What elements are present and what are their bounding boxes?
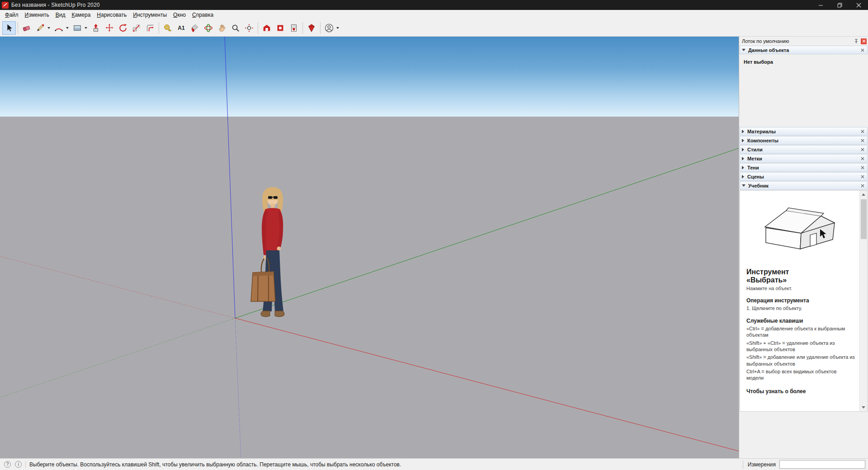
- section-close-icon[interactable]: [860, 174, 865, 179]
- zoom-tool-button[interactable]: [229, 21, 242, 35]
- line-tool-dropdown[interactable]: [47, 27, 50, 29]
- sketchup-window: Без названия - SketchUp Pro 2020 Файл Из…: [0, 0, 868, 470]
- section-close-icon[interactable]: [860, 165, 865, 170]
- help-circle-icon[interactable]: ?: [4, 461, 11, 468]
- shapes-tool-dropdown[interactable]: [85, 27, 87, 29]
- scale-figure[interactable]: [251, 187, 284, 317]
- expand-arrow-icon: [742, 157, 744, 160]
- sign-in-dropdown[interactable]: [336, 27, 339, 29]
- entity-info-body: Нет выбора: [739, 55, 868, 127]
- operation-step: 1. Щелкните по объекту.: [746, 305, 855, 311]
- axis-green-solid: [235, 148, 739, 318]
- section-scenes[interactable]: Сцены: [740, 172, 868, 181]
- section-shadows[interactable]: Тени: [740, 163, 868, 172]
- instructor-scrollbar[interactable]: [859, 191, 867, 411]
- pan-tool-button[interactable]: [215, 21, 229, 35]
- push-pull-tool-button[interactable]: [89, 21, 103, 35]
- minimize-button[interactable]: [811, 0, 830, 10]
- section-label: Компоненты: [747, 138, 860, 143]
- text-tool-button[interactable]: A1: [175, 21, 188, 35]
- menu-camera[interactable]: Камера: [68, 11, 94, 19]
- measurements-input[interactable]: [779, 460, 865, 469]
- scale-tool-button[interactable]: [130, 21, 143, 35]
- info-circle-icon[interactable]: i: [15, 461, 22, 468]
- menu-window[interactable]: Окно: [170, 11, 189, 19]
- eraser-tool-button[interactable]: [20, 21, 33, 35]
- line-tool-button[interactable]: [33, 21, 47, 35]
- section-materials[interactable]: Материалы: [740, 127, 868, 136]
- menu-draw[interactable]: Нарисовать: [94, 11, 130, 19]
- move-tool-button[interactable]: [103, 21, 116, 35]
- expand-arrow-icon: [742, 139, 744, 142]
- tray-close-button[interactable]: [861, 38, 867, 44]
- scroll-up-button[interactable]: [860, 191, 868, 198]
- model-viewport[interactable]: [0, 37, 739, 458]
- section-close-icon[interactable]: [860, 47, 865, 53]
- zoom-extents-button[interactable]: [242, 21, 256, 35]
- tray-title: Лоток по умолчанию: [742, 38, 852, 44]
- orbit-icon: [203, 23, 213, 33]
- section-close-icon[interactable]: [860, 183, 865, 188]
- scrollbar-thumb[interactable]: [861, 199, 867, 239]
- 3d-warehouse-button[interactable]: [260, 21, 274, 35]
- zoom-icon: [231, 23, 241, 33]
- arc-tool-button[interactable]: [52, 21, 66, 35]
- collapse-arrow-icon: [742, 184, 745, 187]
- tape-measure-icon: [163, 23, 173, 33]
- sign-in-button[interactable]: [322, 21, 336, 35]
- instructor-tool-title-line2: «Выбрать»: [746, 276, 855, 284]
- text-tool-icon: A1: [178, 25, 184, 31]
- menu-tools[interactable]: Инструменты: [130, 11, 170, 19]
- section-close-icon[interactable]: [860, 129, 865, 134]
- section-components[interactable]: Компоненты: [740, 136, 868, 145]
- measurements-area: Измерения: [743, 460, 868, 469]
- section-close-icon[interactable]: [860, 156, 865, 161]
- orbit-tool-button[interactable]: [202, 21, 215, 35]
- learn-more-title: Чтобы узнать о более: [746, 388, 855, 395]
- arc-tool-dropdown[interactable]: [66, 27, 69, 29]
- section-tags[interactable]: Метки: [740, 154, 868, 163]
- tape-measure-tool-button[interactable]: [161, 21, 175, 35]
- section-styles[interactable]: Стили: [740, 145, 868, 154]
- section-close-icon[interactable]: [860, 147, 865, 152]
- extension-warehouse-button[interactable]: [274, 21, 287, 35]
- close-button[interactable]: [849, 0, 868, 10]
- paint-bucket-icon: [190, 23, 200, 33]
- menu-help[interactable]: Справка: [189, 11, 217, 19]
- section-label: Метки: [747, 156, 860, 161]
- menu-view[interactable]: Вид: [52, 11, 69, 19]
- section-entity-info[interactable]: Данные объекта: [740, 46, 868, 54]
- section-instructor[interactable]: Учебник: [740, 181, 868, 190]
- house-sketch-icon: [761, 203, 840, 255]
- scroll-down-button[interactable]: [860, 404, 868, 411]
- offset-icon: [145, 23, 155, 33]
- modifier-line: «Shift» = добавление или удаление объект…: [746, 354, 855, 367]
- tray-empty-area: [739, 412, 868, 458]
- arc-icon: [54, 23, 64, 33]
- menu-bar: Файл Изменить Вид Камера Нарисовать Инст…: [0, 10, 868, 20]
- default-tray-panel: Лоток по умолчанию Данные объекта Нет вы…: [739, 37, 868, 458]
- section-label: Сцены: [747, 174, 860, 179]
- instructor-subtitle: Нажмите на объект.: [746, 286, 855, 291]
- toolbar-separator: [302, 22, 303, 34]
- share-model-button[interactable]: [305, 21, 318, 35]
- rotate-tool-button[interactable]: [116, 21, 130, 35]
- account-icon: [324, 23, 334, 33]
- menu-edit[interactable]: Изменить: [22, 11, 52, 19]
- maximize-button[interactable]: [830, 0, 849, 10]
- paint-bucket-tool-button[interactable]: [188, 21, 202, 35]
- pin-icon[interactable]: [854, 38, 859, 44]
- menu-file[interactable]: Файл: [2, 11, 22, 19]
- rectangle-icon: [72, 23, 82, 33]
- shapes-tool-button[interactable]: [71, 21, 84, 35]
- status-message: Выберите объекты. Воспользуйтесь клавише…: [29, 461, 401, 468]
- status-divider: [25, 461, 26, 468]
- scene-canvas: [0, 37, 739, 458]
- section-close-icon[interactable]: [860, 138, 865, 143]
- select-tool-button[interactable]: [2, 21, 16, 35]
- send-to-layout-button[interactable]: [287, 21, 301, 35]
- offset-tool-button[interactable]: [143, 21, 157, 35]
- modifier-line: «Ctrl» = добавление объекта к выбранным …: [746, 325, 855, 338]
- scrollbar-track[interactable]: [860, 198, 868, 404]
- toolbar: A1: [0, 20, 868, 37]
